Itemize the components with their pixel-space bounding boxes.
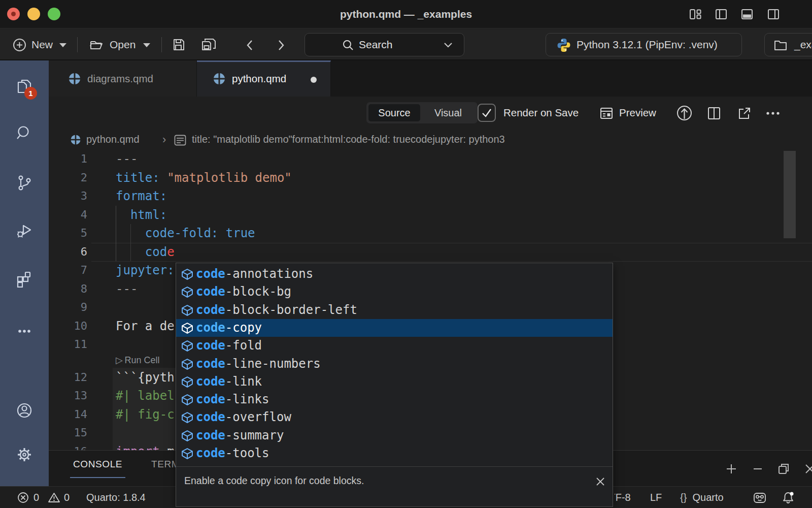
toggle-secondary-sidebar-icon[interactable] (767, 8, 780, 21)
code-line-4[interactable]: 4 html: (49, 206, 812, 225)
minimize-panel-icon[interactable] (751, 462, 765, 476)
explorer-badge: 1 (24, 87, 37, 100)
save-all-icon[interactable] (201, 38, 216, 52)
toolbar-divider (77, 37, 78, 52)
line-number: 8 (49, 280, 87, 299)
save-icon[interactable] (172, 38, 186, 52)
warning-count[interactable]: 0 (64, 487, 70, 508)
visual-mode-button[interactable]: Visual (420, 102, 476, 123)
tab-python[interactable]: python.qmd (197, 60, 331, 97)
forward-icon[interactable] (274, 39, 287, 52)
search-dropdown-chevron[interactable] (443, 42, 453, 49)
errors-icon[interactable] (17, 492, 29, 503)
more-actions-icon[interactable] (765, 109, 781, 120)
code-line-3[interactable]: 3format: (49, 187, 812, 206)
suggestion-item-code-link[interactable]: code-link (176, 373, 613, 391)
suggestion-label: code-copy (196, 319, 262, 337)
new-icon[interactable] (13, 38, 26, 52)
suggestion-item-code-tools[interactable]: code-tools (176, 444, 613, 462)
preview-label[interactable]: Preview (619, 97, 656, 129)
code-line-1[interactable]: 1--- (49, 150, 812, 169)
tab-label: python.qmd (232, 62, 286, 98)
suggestion-item-code-annotations[interactable]: code-annotations (176, 265, 613, 283)
suggestion-item-code-links[interactable]: code-links (176, 391, 613, 408)
run-cell-codelens[interactable]: ▷ Run Cell (116, 354, 159, 368)
toggle-primary-sidebar-icon[interactable] (715, 8, 728, 21)
back-icon[interactable] (244, 39, 257, 52)
line-number: 14 (49, 405, 87, 424)
workspace-label: _examples (794, 34, 812, 56)
account-icon[interactable] (16, 402, 33, 419)
line-number: 9 (49, 298, 87, 317)
suggestion-item-code-summary[interactable]: code-summary (176, 427, 613, 444)
encoding-indicator[interactable]: UTF-8 (615, 487, 631, 508)
feedback-icon[interactable] (753, 491, 766, 504)
title-bar: python.qmd — _examples (0, 0, 812, 28)
toggle-panel-icon[interactable] (740, 8, 754, 21)
suggestion-list: code-annotationscode-block-bgcode-block-… (176, 263, 613, 466)
language-mode[interactable]: {} Quarto (680, 487, 724, 508)
close-icon[interactable] (594, 475, 606, 488)
suggestion-item-code-overflow[interactable]: code-overflow (176, 408, 613, 426)
extensions-icon[interactable] (16, 270, 33, 288)
open-external-icon[interactable] (737, 106, 752, 123)
search-sidebar-icon[interactable] (16, 124, 33, 142)
run-debug-icon[interactable] (16, 222, 33, 239)
suggestion-item-code-copy[interactable]: code-copy (176, 319, 613, 337)
open-button[interactable]: Open (110, 29, 136, 60)
preview-icon[interactable] (599, 106, 614, 123)
search-input[interactable]: Search (304, 33, 464, 56)
code-text: format: (116, 187, 167, 206)
workspace-selector[interactable]: _examples (764, 33, 812, 56)
line-number: 12 (49, 368, 87, 387)
suggestion-label: code-summary (196, 427, 284, 444)
suggestion-label: code-link (196, 373, 262, 391)
symbol-struct-icon (180, 267, 194, 281)
eol-indicator[interactable]: LF (650, 487, 662, 508)
breadcrumb-file[interactable]: python.qmd (86, 129, 140, 150)
quarto-file-icon (68, 72, 81, 85)
settings-gear-icon[interactable] (16, 446, 33, 463)
restore-panel-icon[interactable] (776, 462, 791, 476)
suggestion-item-code-line-numbers[interactable]: code-line-numbers (176, 355, 613, 373)
source-control-icon[interactable] (16, 174, 33, 192)
suggestion-item-code-fold[interactable]: code-fold (176, 337, 613, 355)
render-on-save-checkbox[interactable] (478, 104, 496, 122)
suggestion-item-code-block-bg[interactable]: code-block-bg (176, 283, 613, 301)
tab-diagrams[interactable]: diagrams.qmd (49, 60, 197, 97)
more-actions-icon[interactable] (16, 323, 33, 340)
render-icon[interactable] (676, 105, 693, 123)
interpreter-selector[interactable]: Python 3.12.1 (PipEnv: .venv) (546, 33, 742, 56)
quarto-version[interactable]: Quarto: 1.8.4 (86, 487, 146, 508)
suggestion-label: code-line-numbers (196, 355, 321, 373)
open-dropdown-caret[interactable] (143, 43, 150, 47)
new-console-icon[interactable] (724, 462, 738, 476)
source-visual-toggle: Source Visual (366, 102, 478, 123)
symbol-struct-icon (180, 357, 194, 371)
editor-scrollbar[interactable] (784, 151, 796, 238)
source-mode-button[interactable]: Source (368, 104, 420, 121)
close-panel-icon[interactable] (803, 462, 812, 476)
code-text: --- (116, 280, 138, 299)
new-dropdown-caret[interactable] (59, 43, 66, 47)
breadcrumb-chevron: › (162, 129, 166, 150)
folder-icon (774, 39, 787, 51)
new-button[interactable]: New (31, 29, 53, 60)
unsaved-dot[interactable] (311, 77, 317, 83)
suggestion-label: code-tools (196, 444, 269, 462)
split-editor-icon[interactable] (706, 106, 722, 123)
customize-layout-icon[interactable] (689, 8, 702, 21)
suggestion-detail: Enable a code copy icon for code blocks. (176, 466, 613, 507)
quarto-file-icon (213, 72, 226, 85)
open-folder-icon[interactable] (89, 38, 104, 52)
panel-tab-console[interactable]: CONSOLE (70, 451, 125, 478)
code-line-5[interactable]: 5 code-fold: true (49, 224, 812, 243)
breadcrumb-section[interactable]: title: "matplotlib demo"format:html:code… (192, 129, 505, 150)
warnings-icon[interactable] (48, 492, 60, 503)
code-line-2[interactable]: 2title: "matplotlib demo" (49, 169, 812, 187)
notifications-bell-icon[interactable] (782, 491, 795, 504)
error-count[interactable]: 0 (33, 487, 39, 508)
symbol-struct-icon (180, 321, 194, 335)
suggestion-item-code-block-border-left[interactable]: code-block-border-left (176, 301, 613, 319)
code-line-6[interactable]: 6 code (49, 243, 812, 262)
